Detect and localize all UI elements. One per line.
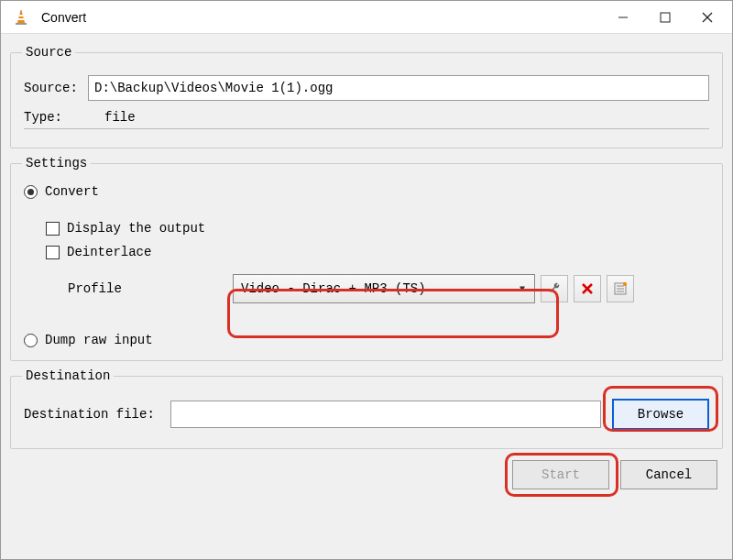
source-group: Source Source: Type: file — [10, 52, 723, 148]
deinterlace-label: Deinterlace — [67, 245, 151, 259]
maximize-button[interactable] — [644, 1, 686, 34]
type-label: Type: — [24, 110, 88, 125]
checkbox-icon — [46, 222, 60, 236]
type-value: file — [104, 110, 136, 125]
browse-button[interactable]: Browse — [612, 399, 709, 430]
destination-group: Destination Destination file: Browse — [10, 376, 723, 449]
profile-value: Video - Dirac + MP3 (TS) — [241, 281, 426, 296]
cancel-label: Cancel — [646, 467, 692, 482]
list-icon — [613, 281, 628, 296]
settings-legend: Settings — [22, 156, 91, 170]
destination-file-input[interactable] — [170, 401, 601, 428]
window-controls — [602, 1, 728, 34]
svg-rect-3 — [16, 23, 27, 25]
convert-label: Convert — [45, 184, 99, 199]
svg-marker-0 — [17, 10, 25, 24]
minimize-button[interactable] — [602, 1, 644, 34]
start-button[interactable]: Start — [512, 460, 609, 489]
svg-rect-1 — [19, 15, 24, 16]
vlc-cone-icon — [12, 8, 30, 27]
svg-point-14 — [623, 282, 627, 286]
display-output-label: Display the output — [67, 221, 205, 236]
titlebar: Convert — [1, 1, 732, 34]
convert-radio[interactable]: Convert — [24, 184, 709, 199]
window-title: Convert — [41, 10, 86, 25]
close-button[interactable] — [686, 1, 728, 34]
source-label: Source: — [24, 81, 88, 95]
profile-label: Profile — [68, 281, 233, 296]
wrench-icon — [547, 281, 562, 296]
svg-rect-5 — [661, 13, 670, 22]
dump-radio[interactable]: Dump raw input — [24, 333, 709, 347]
delete-profile-button[interactable] — [574, 275, 601, 302]
destination-file-label: Destination file: — [24, 407, 170, 422]
edit-profile-button[interactable] — [541, 275, 568, 302]
source-legend: Source — [22, 45, 75, 60]
destination-legend: Destination — [22, 368, 114, 383]
display-output-checkbox[interactable]: Display the output — [46, 221, 709, 236]
svg-rect-2 — [18, 18, 24, 20]
settings-group: Settings Convert Display the output Dein… — [10, 163, 723, 361]
start-label: Start — [542, 467, 580, 482]
radio-icon — [24, 334, 38, 347]
browse-label: Browse — [638, 407, 684, 422]
checkbox-icon — [46, 246, 60, 259]
deinterlace-checkbox[interactable]: Deinterlace — [46, 245, 709, 259]
cancel-button[interactable]: Cancel — [620, 460, 717, 489]
delete-icon — [581, 282, 594, 295]
profile-select[interactable]: Video - Dirac + MP3 (TS) — [233, 274, 535, 303]
new-profile-button[interactable] — [607, 275, 634, 302]
dump-label: Dump raw input — [45, 333, 153, 347]
radio-icon — [24, 185, 38, 199]
source-input[interactable] — [88, 75, 709, 101]
